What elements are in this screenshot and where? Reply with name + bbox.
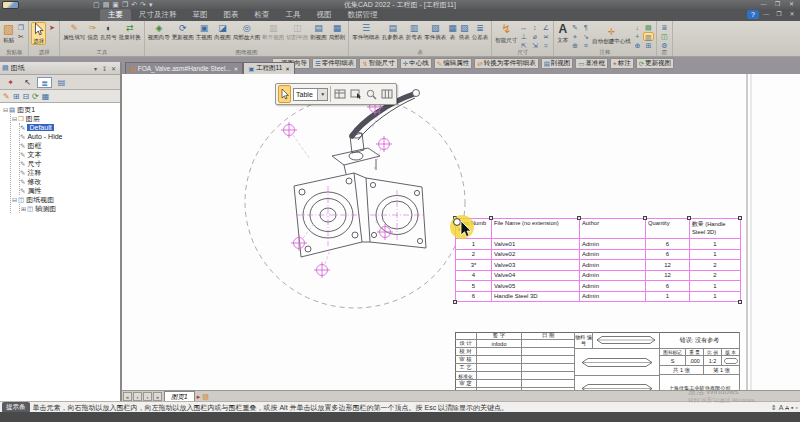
text-style-icon[interactable]: A — [785, 405, 789, 411]
tab-main[interactable]: 主要 — [100, 9, 131, 21]
parts-list-table[interactable]: Item Numb er File Name (no extension) Au… — [455, 218, 740, 302]
quick-smart-dimension-button[interactable]: ↯智能尺寸 — [359, 58, 397, 69]
selection-handle[interactable] — [453, 300, 457, 304]
quick-update-views-button[interactable]: ⟳更新视图 — [636, 58, 674, 69]
selection-handle[interactable] — [577, 216, 581, 220]
property-fill-button[interactable]: ✎ 属性填写 — [62, 22, 86, 40]
quick-parts-list-button[interactable]: ☰零件明细表 — [312, 58, 357, 69]
expand-icon[interactable]: ⊞ — [20, 205, 27, 212]
status-dot-icon[interactable]: ▫ — [796, 404, 798, 411]
groups-tab[interactable]: ▤ — [54, 77, 69, 88]
drawing-canvas[interactable]: Table ▼ Item Numb er File Name (no exten… — [122, 74, 800, 390]
status-dot-icon[interactable]: ▪ — [791, 404, 793, 411]
layer-settings-icon[interactable]: ▦ — [42, 91, 50, 102]
collapse-all-icon[interactable]: ⊟ — [22, 91, 29, 102]
auxiliary-view-button[interactable]: ◪ 向视图 — [213, 22, 232, 40]
expand-all-icon[interactable]: ⊞ — [13, 91, 20, 102]
family-table-button[interactable]: ▧ 零件族表 — [423, 22, 447, 40]
panel-menu-icon[interactable]: ▾ — [91, 65, 100, 72]
section-view-button[interactable]: ▤ 剖视图 — [309, 22, 328, 40]
cutting-plane-button[interactable]: ◫ 切割平面 — [285, 22, 309, 40]
dimension-icon[interactable]: ∠ — [540, 23, 551, 32]
tree-node-sheet[interactable]: ⊟ ▤ 图页1 — [2, 105, 120, 114]
tab-data-management[interactable]: 数据管理 — [340, 9, 386, 21]
paste-button[interactable]: ▧ 粘贴 — [2, 22, 15, 43]
centerline-icon[interactable]: ▥ — [643, 32, 654, 41]
tab-diagram[interactable]: 图表 — [216, 9, 247, 21]
annotation-icon[interactable]: ¶ — [580, 23, 591, 32]
pin-icon[interactable]: ↧ — [100, 65, 109, 72]
table-select-icon[interactable] — [349, 86, 363, 103]
tab-view[interactable]: 视图 — [309, 9, 340, 21]
text-size-icon[interactable]: A — [779, 404, 784, 411]
layer-icon[interactable]: ≣ — [659, 23, 670, 32]
broken-view-button[interactable]: ▥ 断开视图 — [261, 22, 285, 40]
redo-icon[interactable]: ↷ — [140, 1, 146, 9]
layers-tab[interactable]: ≣ — [37, 77, 52, 88]
doc-restore-button[interactable]: ❐ — [773, 10, 785, 19]
scroll-updown-icon[interactable]: ⇕ — [771, 404, 777, 412]
annotation-icon[interactable]: ↘ — [580, 32, 591, 41]
dimension-icon[interactable]: ↔ — [518, 23, 529, 32]
restore-button[interactable]: ❐ — [771, 0, 784, 8]
annotation-icon[interactable]: ✎ — [569, 23, 580, 32]
quick-section-view-button[interactable]: ▤剖视图 — [541, 58, 574, 69]
dimension-icon[interactable]: ⌀ — [529, 32, 540, 41]
bend-table-button[interactable]: ▥ 折弯表 — [405, 22, 424, 40]
save-icon[interactable]: ▣ — [112, 1, 119, 9]
tree-node-layers[interactable]: ⊟ ❒ 图层 — [11, 114, 120, 123]
undo-icon[interactable]: ↶ — [131, 1, 137, 9]
view-wizard-button[interactable]: ◈ 视图向导 — [147, 22, 171, 40]
close-button[interactable]: ✕ — [785, 0, 798, 8]
tab-dimensions[interactable]: 尺寸及注释 — [131, 9, 185, 21]
dimension-icon[interactable]: ≍ — [540, 32, 551, 41]
centerline-icon[interactable]: ↓ — [632, 23, 643, 32]
close-tab-icon[interactable]: ✕ — [234, 66, 239, 72]
pathfinder-tab[interactable]: ✦ — [3, 77, 18, 88]
quick-datum-frame-button[interactable]: ▭基准框 — [575, 58, 608, 69]
doc-close-button[interactable]: ✕ — [786, 10, 798, 19]
new-sheet-icon[interactable]: ▸ — [197, 393, 201, 401]
help-button[interactable]: ? — [747, 10, 759, 19]
info-button[interactable]: ✑ 信息 — [86, 22, 99, 40]
selection-handle[interactable] — [738, 216, 742, 220]
selection-tab[interactable]: ↖ — [20, 77, 35, 88]
application-menu-button[interactable] — [2, 1, 19, 9]
block-table-button[interactable]: ▨ 块表 — [458, 22, 471, 40]
hole-symbol-button[interactable]: ◐ 孔符号 — [99, 22, 118, 40]
update-views-button[interactable]: ⟳ 更新视图 — [171, 22, 195, 40]
batch-convert-button[interactable]: ⇄ 批量转换 — [118, 22, 142, 40]
quick-convert-parts-list-button[interactable]: ⇄转换为零件明细表 — [474, 58, 538, 69]
selection-handle[interactable] — [489, 216, 493, 220]
smart-dimension-button[interactable]: ↯ 智能尺寸 — [494, 22, 518, 43]
tree-node-sheet-views[interactable]: ⊟ ◫ 图纸视图 — [11, 195, 120, 204]
centerline-icon[interactable]: ▤ — [643, 23, 654, 32]
doc-tab-drawing[interactable]: ▣ 工程图11 ✕ — [243, 62, 295, 74]
collapse-icon[interactable]: ⊟ — [11, 115, 18, 122]
parts-list-button[interactable]: ☰ 零件明细表 — [351, 22, 381, 40]
selection-handle[interactable] — [738, 300, 742, 304]
selection-handle[interactable] — [687, 216, 691, 220]
tree-view-item[interactable]: ⊞ ◫ 轴测图 — [20, 204, 120, 213]
layer-icon[interactable]: ◫ — [659, 32, 670, 41]
tab-inspect[interactable]: 检查 — [247, 9, 278, 21]
tab-tools[interactable]: 工具 — [278, 9, 309, 21]
doc-tab-assembly[interactable]: ▨ FOA_Valve.asm#Handle Steel... ✕ — [125, 62, 243, 74]
dimension-icon[interactable]: ⊥ — [518, 32, 529, 41]
cut-icon[interactable]: ✂ — [15, 32, 26, 41]
collapse-icon[interactable]: ⊟ — [11, 196, 18, 203]
quick-centerline-button[interactable]: ✛中心线 — [400, 58, 432, 69]
auto-centerline-button[interactable]: ✛ 自动创建中心线 — [591, 26, 632, 44]
zoom-table-icon[interactable] — [365, 86, 378, 103]
quick-edit-properties-button[interactable]: ✎编辑属性 — [434, 58, 472, 69]
background-sheet-icon[interactable]: ▨ — [202, 393, 209, 401]
centerline-icon[interactable]: + — [632, 32, 643, 41]
dimension-icon[interactable]: ↕ — [529, 23, 540, 32]
quick-access-dropdown-icon[interactable]: ▾ — [149, 1, 153, 9]
select-button[interactable]: 选择 — [31, 22, 46, 45]
copy-icon[interactable]: ❐ — [15, 23, 26, 32]
next-sheet-icon[interactable]: › — [143, 392, 152, 401]
table-button[interactable]: ▦ 表 — [447, 22, 458, 40]
new-layer-icon[interactable]: ✎ — [3, 91, 10, 102]
collapse-icon[interactable]: ⊟ — [2, 106, 9, 113]
